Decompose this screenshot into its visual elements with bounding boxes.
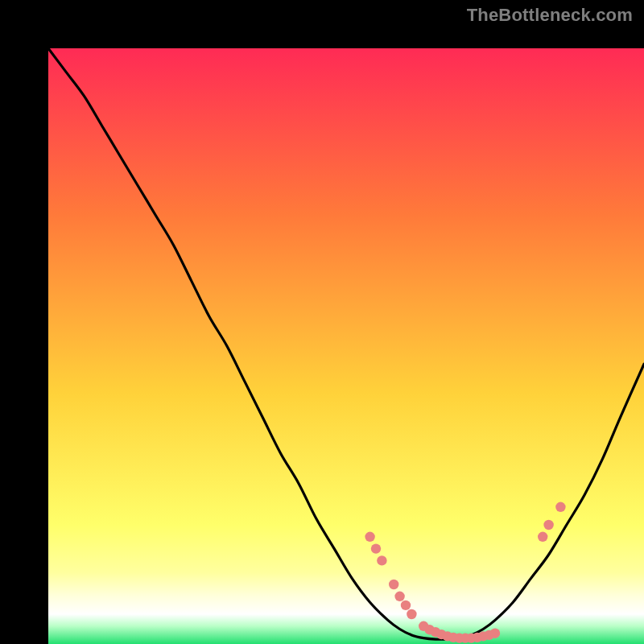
data-point [365,532,374,542]
data-point [543,520,553,530]
data-point [394,592,404,601]
data-point [401,601,411,610]
bottleneck-plot-svg [48,48,644,644]
data-point [371,543,381,553]
data-point [377,555,386,565]
plot-frame [24,24,620,620]
attribution-label: TheBottleneck.com [467,5,633,26]
data-point [389,580,398,589]
gradient-background [48,48,644,644]
data-point [490,628,500,638]
data-point [555,502,565,512]
data-point [407,609,416,619]
data-point [538,532,547,542]
